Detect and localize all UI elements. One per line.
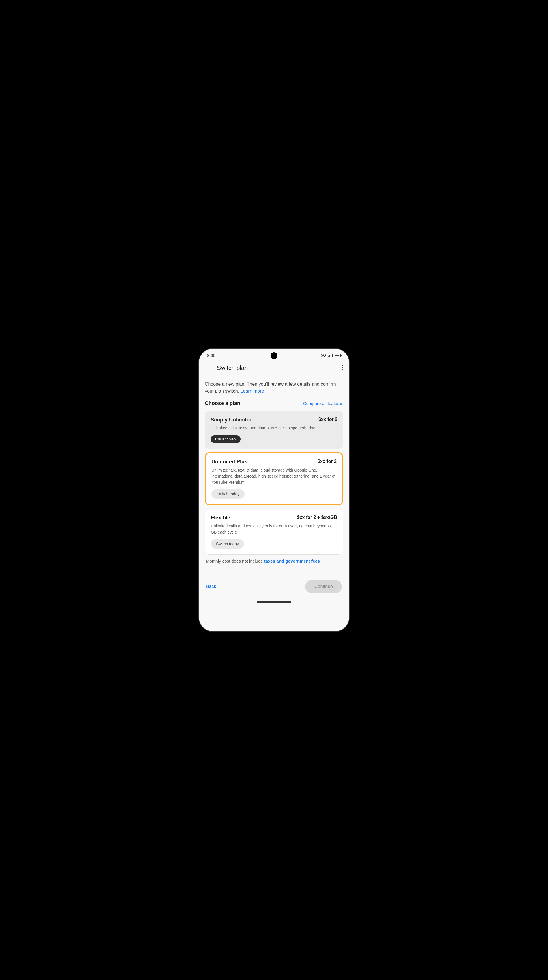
learn-more-link[interactable]: Learn more [241, 388, 264, 393]
plan-description-flexible: Unlimited calls and texts. Pay only for … [211, 523, 337, 535]
back-arrow-icon[interactable]: ← [204, 363, 212, 373]
page-title: Switch plan [217, 364, 248, 371]
camera-notch [271, 352, 277, 359]
back-button[interactable]: Back [206, 584, 216, 589]
battery-icon [335, 354, 341, 357]
home-indicator [199, 599, 349, 607]
plan-price-flexible: $xx for 2 + $xx/GB [297, 515, 337, 520]
section-title: Choose a plan [205, 400, 240, 406]
plan-name-simply-unlimited: Simply Unlimited [210, 417, 253, 423]
home-bar [257, 601, 291, 603]
status-icons: 5G [321, 353, 341, 357]
phone-frame: 9:30 5G ← Switch plan [199, 349, 349, 631]
app-bar: ← Switch plan [199, 360, 349, 376]
plan-name-flexible: Flexible [211, 515, 230, 521]
plan-card-flexible[interactable]: Flexible $xx for 2 + $xx/GB Unlimited ca… [205, 509, 343, 555]
signal-icon [328, 353, 333, 357]
plan-card-unlimited-plus[interactable]: Unlimited Plus $xx for 2 Unlimited talk,… [205, 452, 343, 505]
switch-today-button-flexible[interactable]: Switch today [211, 539, 244, 549]
plan-description-simply-unlimited: Unlimited calls, texts, and data plus 5 … [210, 425, 338, 431]
plan-price-simply-unlimited: $xx for 2 [319, 417, 338, 422]
continue-button[interactable]: Continue [305, 580, 342, 593]
plan-description-unlimited-plus: Unlimited talk, text, & data, cloud stor… [212, 467, 336, 485]
section-header: Choose a plan Compare all features [205, 400, 343, 406]
current-plan-badge: Current plan [210, 435, 241, 443]
plan-name-unlimited-plus: Unlimited Plus [212, 459, 247, 465]
compare-all-features-link[interactable]: Compare all features [303, 401, 343, 406]
main-content: Choose a new plan. Then you'll review a … [199, 376, 349, 575]
status-time: 9:30 [207, 353, 215, 358]
bottom-bar: Back Continue [199, 575, 349, 599]
switch-today-button-unlimited-plus[interactable]: Switch today [212, 489, 245, 499]
intro-text: Choose a new plan. Then you'll review a … [205, 381, 343, 395]
plan-price-unlimited-plus: $xx for 2 [317, 459, 336, 464]
status-bar: 9:30 5G [199, 349, 349, 360]
network-label: 5G [321, 353, 326, 357]
plan-card-simply-unlimited: Simply Unlimited $xx for 2 Unlimited cal… [205, 411, 343, 449]
taxes-fees-link[interactable]: taxes and government fees [264, 558, 320, 563]
footer-note: Monthly cost does not include taxes and … [205, 558, 343, 565]
more-options-icon[interactable] [341, 364, 344, 372]
